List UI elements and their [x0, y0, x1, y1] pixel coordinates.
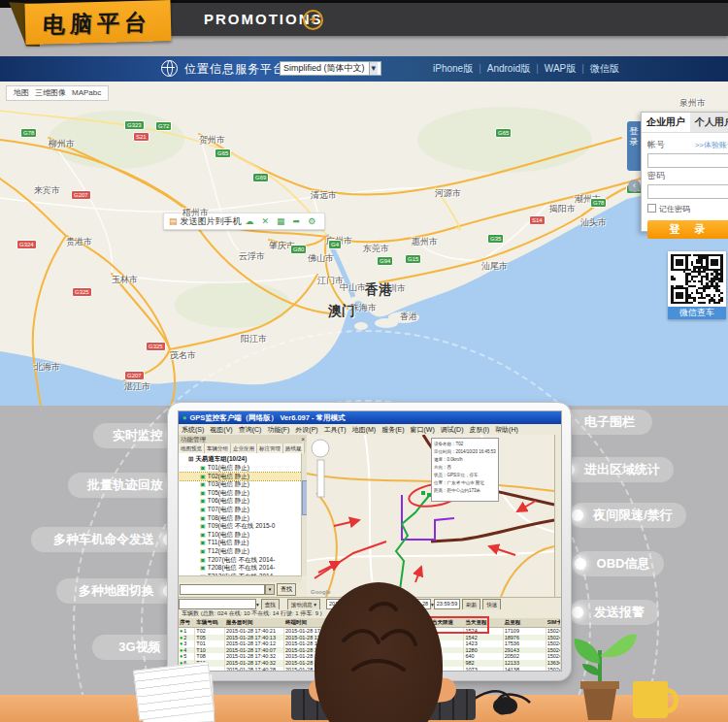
city-label: 湛江市 — [124, 380, 150, 393]
scrollbar-horizontal[interactable] — [179, 575, 302, 582]
menu-item[interactable]: 查询(C) — [239, 424, 262, 435]
feature-label: 电子围栏 — [584, 414, 635, 429]
column-header[interactable]: 总里程 — [504, 618, 546, 627]
tree-vehicle-item[interactable]: ▣T07(电信 静止) — [179, 506, 302, 514]
city-label: 云浮市 — [239, 250, 265, 263]
chevron-down-icon[interactable]: ▾ — [265, 584, 275, 595]
menu-item[interactable]: 窗口(W) — [411, 424, 435, 435]
road-badge: G207 — [124, 371, 145, 380]
image-icon[interactable]: ▦ — [277, 216, 285, 226]
find-button[interactable]: 查找 — [261, 599, 280, 610]
password-input[interactable] — [647, 184, 728, 199]
panel-tab-1[interactable]: 地图预览 — [179, 443, 205, 453]
vehicle-label: T05(电信 静止) — [208, 489, 249, 496]
menu-item[interactable]: 视图(V) — [210, 424, 232, 435]
cloud-icon[interactable]: ☁ — [246, 216, 254, 226]
person-head — [314, 582, 443, 722]
mug — [633, 681, 668, 718]
tree-root[interactable]: ⊞ 天易通车组(10/24) — [179, 453, 302, 464]
mouse — [493, 697, 517, 714]
table-cell: 1280 — [464, 647, 503, 654]
gear-icon[interactable]: ⚙ — [308, 216, 315, 226]
find-button[interactable]: 查找 — [277, 583, 296, 596]
feature-label: 进出区域统计 — [584, 462, 660, 476]
column-header[interactable]: 序号 — [179, 618, 195, 627]
plus-icon[interactable]: + — [303, 10, 323, 30]
column-header[interactable]: SIM卡号码 — [546, 618, 561, 627]
nav-link-4[interactable]: 微信版 — [590, 63, 619, 74]
column-header[interactable]: 车辆号码 — [195, 618, 225, 627]
tree-vehicle-item[interactable]: ▣T01(电信 静止) — [179, 464, 302, 473]
truck-icon: ▣ — [200, 481, 206, 487]
vehicle-search-input[interactable] — [180, 584, 265, 595]
login-button[interactable]: 登 录 — [647, 220, 728, 239]
login-tab-2[interactable]: 个人用户 — [690, 113, 728, 132]
menu-item[interactable]: 服务(E) — [381, 424, 404, 435]
login-side-tab[interactable]: 登录 — [627, 121, 641, 171]
share-icon[interactable]: ➦ — [293, 216, 301, 226]
tree-vehicle-item[interactable]: ▣T12(电信 静止) — [179, 547, 302, 556]
table-cell: 982 — [464, 660, 503, 667]
menu-item[interactable]: 系统(S) — [182, 424, 204, 435]
account-input[interactable] — [647, 153, 728, 168]
tree-vehicle-item[interactable]: ▣T08(电信 静止) — [179, 514, 302, 523]
nav-link-3[interactable]: WAP版 — [545, 63, 576, 74]
road-badge: G325 — [72, 287, 92, 297]
menu-item[interactable]: 调试(D) — [441, 424, 464, 435]
truck-icon: ▣ — [200, 515, 206, 521]
tree-vehicle-item[interactable]: ▣T09(电信 不在线 2015-0 — [179, 522, 302, 531]
tree-vehicle-item[interactable]: ▣T02(电信 静止) — [179, 473, 302, 481]
panel-tab-4[interactable]: 标注管理 — [257, 443, 283, 453]
panel-tab-2[interactable]: 车辆分组 — [205, 443, 231, 453]
refresh-button[interactable]: 刷新 — [462, 599, 480, 610]
checkbox-icon[interactable] — [647, 204, 656, 213]
column-header[interactable]: 服务器时间 — [225, 618, 284, 627]
menu-item[interactable]: 工具(T) — [324, 424, 347, 435]
menu-item[interactable]: 皮肤(I) — [470, 424, 490, 435]
remember-password[interactable]: 记住密码 — [647, 204, 728, 214]
tree-vehicle-item[interactable]: ▣T208(电信 不在线 2014- — [179, 564, 302, 573]
nav-link-2[interactable]: Android版 — [487, 63, 530, 74]
menu-item[interactable]: 帮助(H) — [495, 424, 518, 435]
demo-account-link[interactable]: >>体验账号 — [695, 140, 728, 150]
query-input[interactable] — [179, 599, 256, 609]
city-label: 贺州市 — [199, 134, 225, 147]
tree-vehicle-item[interactable]: ▣T207(电信 不在线 2014- — [179, 556, 302, 565]
vehicle-tree[interactable]: ⊞ 天易通车组(10/24)▣T01(电信 静止)▣T02(电信 静止)▣T03… — [179, 453, 302, 575]
fast-button[interactable]: 快速 — [482, 599, 501, 610]
city-label: 香港 — [400, 311, 417, 323]
vehicle-label: T09(电信 不在线 2015-0 — [208, 522, 276, 529]
panel-tab-5[interactable]: 路线规 — [283, 443, 305, 453]
city-label: 揭阳市 — [549, 203, 576, 215]
map-type-tabs[interactable]: 地图三维图像MAPabc — [6, 85, 109, 101]
login-panel: 企业用户个人用户 帐号 >>体验账号 密码 记住密码 登 录 — [641, 112, 728, 232]
tree-vehicle-item[interactable]: ▣T05(电信 静止) — [179, 489, 302, 498]
map-tab-2[interactable]: 三维图像 — [35, 88, 66, 97]
truck-icon: ▣ — [200, 498, 206, 504]
nav-separator: | — [581, 63, 584, 74]
table-cell: 2015-01-28 17:40:07 — [225, 647, 284, 654]
fullscreen-icon[interactable]: ✕ — [262, 216, 270, 226]
nav-link-1[interactable]: iPhone版 — [433, 63, 473, 74]
tree-vehicle-item[interactable]: ▣T11(电信 静止) — [179, 539, 302, 547]
client-map[interactable]: 设备名称：T02定位时间：2014/10/20 16:45:53速度：0.0km… — [307, 435, 554, 597]
tree-vehicle-item[interactable]: ▣T06(电信 静止) — [179, 497, 302, 506]
photo-icon: ▤ — [169, 216, 178, 226]
tree-vehicle-item[interactable]: ▣T10(电信 静止) — [179, 531, 302, 540]
menu-item[interactable]: 外设(P) — [295, 424, 317, 435]
menu-item[interactable]: 地图(M) — [352, 424, 377, 435]
tree-vehicle-item[interactable]: ▣T03(电信 静止) — [179, 480, 302, 489]
menu-item[interactable]: 功能(F) — [267, 424, 289, 435]
map-tab-1[interactable]: 地图 — [14, 88, 29, 97]
language-select[interactable]: Simplified (简体中文)▾ — [280, 61, 381, 76]
plant — [561, 621, 639, 722]
panel-tab-3[interactable]: 企业应用 — [231, 443, 257, 453]
collapse-arrow-icon[interactable]: ‹ — [628, 180, 641, 192]
vehicle-label: T10(电信 静止) — [208, 531, 249, 538]
chevron-down-icon[interactable]: ▾ — [256, 602, 259, 607]
table-cell: 18976 — [504, 635, 546, 641]
login-tab-1[interactable]: 企业用户 — [642, 113, 690, 132]
close-icon[interactable]: × — [301, 435, 305, 443]
language-value: Simplified (简体中文) — [283, 63, 365, 73]
map-tab-3[interactable]: MAPabc — [72, 88, 101, 97]
